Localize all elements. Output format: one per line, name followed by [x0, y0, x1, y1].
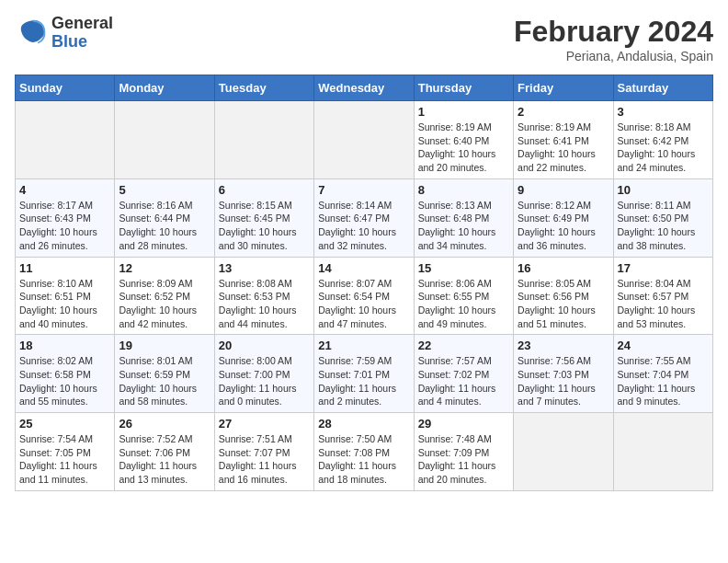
day-info: Sunrise: 8:04 AM Sunset: 6:57 PM Dayligh…	[618, 277, 709, 331]
day-number: 12	[119, 261, 210, 275]
day-info: Sunrise: 8:19 AM Sunset: 6:40 PM Dayligh…	[418, 121, 509, 175]
day-number: 21	[318, 339, 409, 352]
col-thursday: Thursday	[414, 75, 513, 101]
day-number: 15	[418, 261, 509, 275]
table-cell: 26Sunrise: 7:52 AM Sunset: 7:06 PM Dayli…	[115, 413, 214, 491]
table-cell: 7Sunrise: 8:14 AM Sunset: 6:47 PM Daylig…	[314, 178, 414, 257]
logo-general: General	[51, 14, 113, 32]
page-header: General Blue February 2024 Periana, Anda…	[15, 15, 713, 63]
table-cell	[314, 101, 414, 179]
day-number: 20	[219, 339, 310, 352]
day-info: Sunrise: 7:55 AM Sunset: 7:04 PM Dayligh…	[618, 354, 709, 408]
logo-text: General Blue	[51, 15, 113, 52]
day-info: Sunrise: 8:15 AM Sunset: 6:45 PM Dayligh…	[219, 199, 310, 253]
week-row-1: 1Sunrise: 8:19 AM Sunset: 6:40 PM Daylig…	[16, 101, 713, 179]
table-cell: 9Sunrise: 8:12 AM Sunset: 6:49 PM Daylig…	[514, 178, 613, 257]
logo-icon	[15, 17, 48, 50]
day-number: 26	[119, 417, 210, 431]
table-cell: 18Sunrise: 8:02 AM Sunset: 6:58 PM Dayli…	[16, 335, 115, 413]
day-info: Sunrise: 8:18 AM Sunset: 6:42 PM Dayligh…	[618, 121, 709, 175]
day-info: Sunrise: 8:17 AM Sunset: 6:43 PM Dayligh…	[19, 199, 110, 253]
table-cell: 17Sunrise: 8:04 AM Sunset: 6:57 PM Dayli…	[613, 257, 712, 335]
day-info: Sunrise: 8:14 AM Sunset: 6:47 PM Dayligh…	[318, 199, 409, 253]
day-info: Sunrise: 8:19 AM Sunset: 6:41 PM Dayligh…	[518, 121, 609, 175]
day-info: Sunrise: 7:51 AM Sunset: 7:07 PM Dayligh…	[219, 432, 310, 487]
table-cell: 20Sunrise: 8:00 AM Sunset: 7:00 PM Dayli…	[214, 335, 313, 413]
day-info: Sunrise: 8:13 AM Sunset: 6:48 PM Dayligh…	[418, 199, 509, 253]
day-info: Sunrise: 7:48 AM Sunset: 7:09 PM Dayligh…	[418, 432, 509, 487]
col-friday: Friday	[514, 75, 613, 101]
location-subtitle: Periana, Andalusia, Spain	[514, 49, 713, 63]
table-cell: 22Sunrise: 7:57 AM Sunset: 7:02 PM Dayli…	[414, 335, 513, 413]
table-cell: 8Sunrise: 8:13 AM Sunset: 6:48 PM Daylig…	[414, 178, 513, 257]
table-cell	[214, 101, 313, 179]
table-cell	[514, 413, 613, 491]
day-number: 13	[219, 261, 310, 275]
day-info: Sunrise: 8:05 AM Sunset: 6:56 PM Dayligh…	[518, 277, 609, 331]
table-cell	[613, 413, 712, 491]
day-info: Sunrise: 8:07 AM Sunset: 6:54 PM Dayligh…	[318, 277, 409, 331]
table-cell: 14Sunrise: 8:07 AM Sunset: 6:54 PM Dayli…	[314, 257, 414, 335]
day-info: Sunrise: 7:50 AM Sunset: 7:08 PM Dayligh…	[318, 432, 409, 487]
week-row-4: 18Sunrise: 8:02 AM Sunset: 6:58 PM Dayli…	[16, 335, 713, 413]
day-number: 9	[518, 183, 609, 197]
table-cell	[115, 101, 214, 179]
table-cell: 3Sunrise: 8:18 AM Sunset: 6:42 PM Daylig…	[613, 101, 712, 179]
table-cell: 25Sunrise: 7:54 AM Sunset: 7:05 PM Dayli…	[16, 413, 115, 491]
header-row: Sunday Monday Tuesday Wednesday Thursday…	[16, 75, 713, 101]
month-title: February 2024	[514, 15, 713, 49]
day-number: 18	[19, 339, 110, 352]
week-row-2: 4Sunrise: 8:17 AM Sunset: 6:43 PM Daylig…	[16, 178, 713, 257]
table-cell: 27Sunrise: 7:51 AM Sunset: 7:07 PM Dayli…	[214, 413, 313, 491]
table-cell: 12Sunrise: 8:09 AM Sunset: 6:52 PM Dayli…	[115, 257, 214, 335]
day-number: 8	[418, 183, 509, 197]
logo-blue: Blue	[51, 32, 87, 51]
day-info: Sunrise: 8:08 AM Sunset: 6:53 PM Dayligh…	[219, 277, 310, 331]
day-info: Sunrise: 8:02 AM Sunset: 6:58 PM Dayligh…	[19, 354, 110, 408]
day-info: Sunrise: 7:56 AM Sunset: 7:03 PM Dayligh…	[518, 354, 609, 408]
table-cell	[16, 101, 115, 179]
table-cell: 29Sunrise: 7:48 AM Sunset: 7:09 PM Dayli…	[414, 413, 513, 491]
table-cell: 24Sunrise: 7:55 AM Sunset: 7:04 PM Dayli…	[613, 335, 712, 413]
day-number: 3	[618, 105, 709, 119]
title-block: February 2024 Periana, Andalusia, Spain	[514, 15, 713, 63]
table-cell: 16Sunrise: 8:05 AM Sunset: 6:56 PM Dayli…	[514, 257, 613, 335]
day-number: 19	[119, 339, 210, 352]
table-cell: 1Sunrise: 8:19 AM Sunset: 6:40 PM Daylig…	[414, 101, 513, 179]
table-cell: 2Sunrise: 8:19 AM Sunset: 6:41 PM Daylig…	[514, 101, 613, 179]
day-number: 10	[618, 183, 709, 197]
table-cell: 19Sunrise: 8:01 AM Sunset: 6:59 PM Dayli…	[115, 335, 214, 413]
day-info: Sunrise: 8:00 AM Sunset: 7:00 PM Dayligh…	[219, 354, 310, 408]
day-number: 7	[318, 183, 409, 197]
table-cell: 21Sunrise: 7:59 AM Sunset: 7:01 PM Dayli…	[314, 335, 414, 413]
day-number: 25	[19, 417, 110, 431]
calendar-header: Sunday Monday Tuesday Wednesday Thursday…	[16, 75, 713, 101]
day-number: 5	[119, 183, 210, 197]
day-info: Sunrise: 8:11 AM Sunset: 6:50 PM Dayligh…	[618, 199, 709, 253]
day-number: 27	[219, 417, 310, 431]
day-number: 11	[19, 261, 110, 275]
day-number: 1	[418, 105, 509, 119]
week-row-3: 11Sunrise: 8:10 AM Sunset: 6:51 PM Dayli…	[16, 257, 713, 335]
logo: General Blue	[15, 15, 113, 52]
day-info: Sunrise: 7:52 AM Sunset: 7:06 PM Dayligh…	[119, 432, 210, 487]
day-number: 17	[618, 261, 709, 275]
table-cell: 6Sunrise: 8:15 AM Sunset: 6:45 PM Daylig…	[214, 178, 313, 257]
table-cell: 28Sunrise: 7:50 AM Sunset: 7:08 PM Dayli…	[314, 413, 414, 491]
table-cell: 15Sunrise: 8:06 AM Sunset: 6:55 PM Dayli…	[414, 257, 513, 335]
table-cell: 13Sunrise: 8:08 AM Sunset: 6:53 PM Dayli…	[214, 257, 313, 335]
day-info: Sunrise: 8:10 AM Sunset: 6:51 PM Dayligh…	[19, 277, 110, 331]
day-info: Sunrise: 7:54 AM Sunset: 7:05 PM Dayligh…	[19, 432, 110, 487]
table-cell: 11Sunrise: 8:10 AM Sunset: 6:51 PM Dayli…	[16, 257, 115, 335]
col-wednesday: Wednesday	[314, 75, 414, 101]
col-tuesday: Tuesday	[214, 75, 313, 101]
day-number: 4	[19, 183, 110, 197]
calendar-body: 1Sunrise: 8:19 AM Sunset: 6:40 PM Daylig…	[16, 101, 713, 491]
week-row-5: 25Sunrise: 7:54 AM Sunset: 7:05 PM Dayli…	[16, 413, 713, 491]
day-info: Sunrise: 8:06 AM Sunset: 6:55 PM Dayligh…	[418, 277, 509, 331]
day-info: Sunrise: 7:59 AM Sunset: 7:01 PM Dayligh…	[318, 354, 409, 408]
col-saturday: Saturday	[613, 75, 712, 101]
table-cell: 4Sunrise: 8:17 AM Sunset: 6:43 PM Daylig…	[16, 178, 115, 257]
day-info: Sunrise: 8:09 AM Sunset: 6:52 PM Dayligh…	[119, 277, 210, 331]
day-info: Sunrise: 8:12 AM Sunset: 6:49 PM Dayligh…	[518, 199, 609, 253]
